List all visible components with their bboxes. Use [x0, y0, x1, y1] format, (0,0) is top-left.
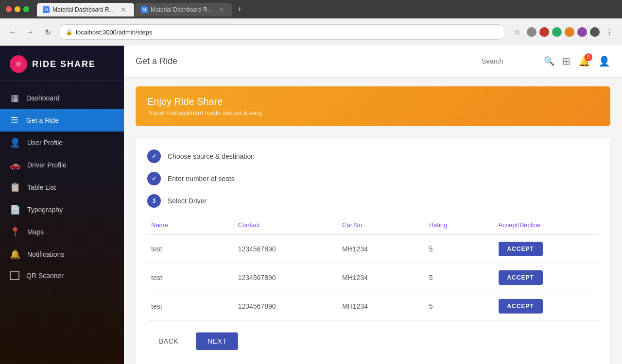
- ext-icon-2: [539, 27, 549, 37]
- bookmark-button[interactable]: ☆: [510, 25, 524, 39]
- sidebar-item-typography[interactable]: 📄 Typography: [0, 199, 124, 221]
- sidebar-item-maps[interactable]: 📍 Maps: [0, 221, 124, 243]
- new-tab-button[interactable]: +: [233, 2, 246, 17]
- step-circle-2: ✓: [147, 172, 161, 185]
- step-item-1: ✓ Choose source & destination: [147, 149, 599, 163]
- sidebar-item-get-a-ride[interactable]: ☰ Get a Ride: [0, 109, 124, 132]
- search-input[interactable]: [482, 57, 540, 65]
- ext-icon-5: [577, 27, 587, 37]
- browser-tab-2[interactable]: M Material Dashboard React by C ✕: [135, 3, 232, 17]
- sidebar-label-notifications: Notifications: [27, 250, 64, 258]
- accept-button-2[interactable]: ACCEPT: [499, 299, 543, 314]
- driver-table: Name Contact Car No. Rating Accept/Decli…: [147, 217, 599, 321]
- browser-tab-1[interactable]: M Material Dashboard React by C ✕: [37, 3, 134, 17]
- ext-icon-4: [565, 27, 574, 37]
- table-row: test 1234567890 MH1234 5 ACCEPT: [147, 292, 599, 321]
- cell-contact-2: 1234567890: [234, 302, 338, 310]
- account-button[interactable]: 👤: [598, 55, 610, 67]
- sidebar-label-user-profile: User Profile: [27, 139, 63, 147]
- cell-car-0: MH1234: [338, 245, 425, 253]
- tab-close-2[interactable]: ✕: [219, 6, 225, 14]
- step-circle-3: 3: [147, 194, 161, 208]
- check-icon-2: ✓: [152, 175, 156, 182]
- tab-close-1[interactable]: ✕: [121, 6, 126, 14]
- step-item-3: 3 Select Driver: [147, 194, 599, 208]
- maximize-dot[interactable]: [23, 6, 29, 12]
- sidebar-item-driver-profile[interactable]: 🚗 Driver Profile: [0, 154, 124, 176]
- notification-badge: 0: [585, 53, 592, 61]
- url-bar: 🔒 localhost:3000/admin/steps: [58, 24, 506, 40]
- notifications-button[interactable]: 🔔 0: [578, 55, 590, 67]
- typography-icon: 📄: [10, 204, 20, 215]
- sidebar-label-get-a-ride: Get a Ride: [26, 116, 59, 124]
- sidebar-label-typography: Typography: [27, 206, 63, 214]
- sidebar-label-qr-scanner: QR Scanner: [26, 272, 64, 280]
- accept-button-0[interactable]: ACCEPT: [499, 242, 543, 256]
- main-content: Get a Ride 🔍 ⊞ 🔔 0 👤 Enjoy Ride Share Tr…: [124, 46, 622, 364]
- back-button[interactable]: BACK: [147, 332, 190, 350]
- header-contact: Contact: [234, 221, 338, 229]
- sidebar-label-driver-profile: Driver Profile: [27, 161, 67, 169]
- logo-icon: ⚛: [10, 55, 27, 73]
- sidebar-label-maps: Maps: [27, 228, 44, 236]
- cell-name-1: test: [147, 274, 234, 281]
- header-icons: ⊞ 🔔 0 👤: [562, 55, 610, 67]
- qr-icon: [10, 271, 19, 280]
- cell-contact-0: 1234567890: [234, 245, 338, 253]
- step-number-3: 3: [153, 198, 156, 204]
- sidebar-item-notifications[interactable]: 🔔 Notifications: [0, 243, 124, 265]
- accept-button-1[interactable]: ACCEPT: [499, 270, 543, 285]
- back-button[interactable]: ←: [6, 25, 19, 39]
- close-dot[interactable]: [6, 6, 12, 12]
- next-button[interactable]: NEXT: [196, 332, 238, 350]
- menu-button[interactable]: ⋮: [603, 25, 616, 39]
- forward-button[interactable]: →: [23, 25, 37, 39]
- list-icon: ☰: [10, 115, 19, 126]
- grid-button[interactable]: ⊞: [562, 55, 570, 67]
- cell-rating-0: 5: [425, 245, 495, 253]
- page-title: Get a Ride: [136, 56, 482, 66]
- step-circle-1: ✓: [147, 149, 161, 163]
- sidebar-item-user-profile[interactable]: 👤 User Profile: [0, 132, 124, 154]
- promo-banner: Enjoy Ride Share Travel management made …: [136, 86, 610, 126]
- header-car-no: Car No.: [338, 221, 425, 229]
- sidebar-label-table-list: Table List: [27, 183, 56, 191]
- car-icon: 🚗: [10, 160, 20, 170]
- ext-icon-6: [590, 27, 600, 37]
- table-row: test 1234567890 MH1234 5 ACCEPT: [147, 264, 599, 292]
- sidebar-item-table-list[interactable]: 📋 Table List: [0, 176, 124, 199]
- header-rating: Rating: [425, 221, 495, 229]
- tab-label-1: Material Dashboard React by C: [52, 6, 116, 13]
- step-label-3: Select Driver: [168, 197, 207, 205]
- sidebar: ⚛ RIDE SHARE ▦ Dashboard ☰ Get a Ride 👤 …: [0, 46, 124, 364]
- banner-subtitle: Travel management made secure & easy: [147, 109, 599, 116]
- tab-label-2: Material Dashboard React by C: [151, 6, 214, 13]
- cell-rating-2: 5: [425, 302, 495, 310]
- step-item-2: ✓ Enter number of seats: [147, 172, 599, 185]
- search-button[interactable]: 🔍: [544, 56, 554, 66]
- reload-button[interactable]: ↻: [41, 25, 54, 39]
- header-action: Accept/Decline: [495, 221, 599, 229]
- check-icon-1: ✓: [152, 153, 156, 160]
- map-icon: 📍: [10, 227, 20, 237]
- search-container: 🔍: [482, 56, 554, 66]
- logo-text: RIDE SHARE: [32, 59, 96, 69]
- sidebar-item-dashboard[interactable]: ▦ Dashboard: [0, 87, 124, 109]
- cell-action-1: ACCEPT: [495, 270, 599, 285]
- header: Get a Ride 🔍 ⊞ 🔔 0 👤: [124, 46, 622, 77]
- cell-rating-1: 5: [425, 274, 495, 281]
- cell-action-0: ACCEPT: [495, 242, 599, 256]
- url-text: localhost:3000/admin/steps: [76, 29, 153, 36]
- lock-icon: 🔒: [66, 29, 73, 35]
- ext-icon-1: [527, 27, 536, 37]
- sidebar-item-qr-scanner[interactable]: QR Scanner: [0, 265, 124, 286]
- sidebar-navigation: ▦ Dashboard ☰ Get a Ride 👤 User Profile …: [0, 81, 124, 292]
- steps-container: ✓ Choose source & destination ✓ Enter nu…: [136, 138, 610, 364]
- logo-icon-symbol: ⚛: [15, 59, 22, 69]
- sidebar-label-dashboard: Dashboard: [26, 94, 60, 102]
- cell-name-2: test: [147, 302, 234, 310]
- bell-icon: 🔔: [10, 249, 20, 260]
- cell-contact-1: 1234567890: [234, 274, 338, 281]
- minimize-dot[interactable]: [15, 6, 20, 12]
- table-icon: 📋: [10, 182, 20, 193]
